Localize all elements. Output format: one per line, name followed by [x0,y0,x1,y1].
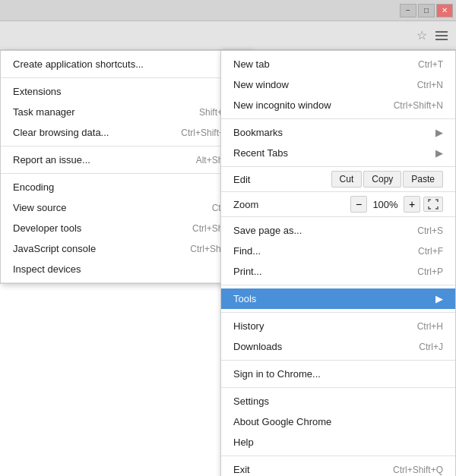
zoom-out-button[interactable]: − [350,196,367,213]
developer-tools-item[interactable]: Developer tools Ctrl+Shift+I [1,218,250,238]
exit-section: Exit Ctrl+Shift+Q [221,456,455,476]
recent-tabs-label: Recent Tabs [233,147,429,159]
about-chrome-label: About Google Chrome [233,416,443,427]
chrome-dropdown-menu: New tab Ctrl+T New window Ctrl+N New inc… [220,50,456,476]
task-manager-label: Task manager [13,106,184,118]
new-window-label: New window [233,79,402,90]
tools-submenu: Create application shortcuts... Extensio… [0,50,251,284]
new-incognito-item[interactable]: New incognito window Ctrl+Shift+N [221,95,455,115]
tools-arrow-icon: ▶ [435,293,443,304]
find-item[interactable]: Find... Ctrl+F [221,241,455,261]
inspect-devices-item[interactable]: Inspect devices [1,259,250,279]
new-incognito-shortcut: Ctrl+Shift+N [394,100,443,111]
downloads-item[interactable]: Downloads Ctrl+J [221,336,455,357]
new-tab-item[interactable]: New tab Ctrl+T [221,54,455,74]
tools-section-1: Create application shortcuts... [1,51,250,78]
edit-buttons: Cut Copy Paste [331,171,443,188]
settings-section: Settings About Google Chrome Help [221,388,455,456]
save-page-shortcut: Ctrl+S [417,225,443,236]
zoom-value: 100% [370,199,401,210]
bookmarks-section: Bookmarks ▶ Recent Tabs ▶ [221,119,455,167]
view-source-item[interactable]: View source Ctrl+U [1,197,250,218]
new-tab-section: New tab Ctrl+T New window Ctrl+N New inc… [221,51,455,119]
history-shortcut: Ctrl+H [417,321,443,332]
report-issue-label: Report an issue... [13,154,181,165]
encoding-label: Encoding [13,181,224,193]
recent-tabs-item[interactable]: Recent Tabs ▶ [221,143,455,163]
downloads-label: Downloads [233,341,404,352]
history-label: History [233,320,402,332]
find-shortcut: Ctrl+F [418,246,443,257]
tools-item[interactable]: Tools ▶ [221,288,455,309]
hamburger-line-2 [435,35,448,36]
settings-item[interactable]: Settings [221,391,455,411]
encoding-item[interactable]: Encoding ▶ [1,177,250,197]
find-label: Find... [233,245,403,257]
browser-toolbar: ☆ [0,21,456,50]
recent-tabs-arrow-icon: ▶ [435,147,443,159]
javascript-console-label: JavaScript console [13,243,175,254]
print-shortcut: Ctrl+P [417,266,443,277]
hamburger-line-1 [435,31,448,33]
clear-browsing-item[interactable]: Clear browsing data... Ctrl+Shift+Del [1,122,250,143]
zoom-in-button[interactable]: + [404,196,420,213]
save-page-item[interactable]: Save page as... Ctrl+S [221,220,455,241]
settings-label: Settings [233,396,443,407]
signin-section: Sign in to Chrome... [221,361,455,388]
create-app-shortcuts-item[interactable]: Create application shortcuts... [1,54,250,74]
hamburger-line-3 [435,39,448,40]
bookmarks-arrow-icon: ▶ [435,127,443,138]
title-bar: − □ ✕ [0,0,456,21]
clear-browsing-label: Clear browsing data... [13,127,166,138]
zoom-row: Zoom − 100% + [221,192,455,217]
about-chrome-item[interactable]: About Google Chrome [221,411,455,432]
bookmarks-label: Bookmarks [233,127,429,138]
save-section: Save page as... Ctrl+S Find... Ctrl+F Pr… [221,217,455,285]
javascript-console-item[interactable]: JavaScript console Ctrl+Shift+J [1,238,250,259]
copy-button[interactable]: Copy [363,171,401,188]
report-issue-item[interactable]: Report an issue... Alt+Shift+I [1,150,250,170]
new-window-item[interactable]: New window Ctrl+N [221,74,455,95]
close-button[interactable]: ✕ [436,4,453,17]
minimize-button[interactable]: − [400,4,416,17]
help-item[interactable]: Help [221,432,455,452]
zoom-label: Zoom [233,199,350,210]
bookmarks-item[interactable]: Bookmarks ▶ [221,122,455,143]
exit-item[interactable]: Exit Ctrl+Shift+Q [221,459,455,476]
signin-item[interactable]: Sign in to Chrome... [221,364,455,384]
tools-section-2: Extensions Task manager Shift+Esc Clear … [1,78,250,147]
extensions-label: Extensions [13,86,238,97]
tools-section-3: Report an issue... Alt+Shift+I [1,147,250,174]
print-item[interactable]: Print... Ctrl+P [221,261,455,282]
browser-chrome: − □ ✕ ☆ [0,0,456,51]
history-section: History Ctrl+H Downloads Ctrl+J [221,313,455,361]
new-tab-shortcut: Ctrl+T [418,59,443,70]
tools-label: Tools [233,293,429,304]
tools-section: Tools ▶ [221,285,455,313]
signin-label: Sign in to Chrome... [233,368,443,380]
developer-tools-label: Developer tools [13,222,177,234]
inspect-devices-label: Inspect devices [13,263,238,275]
help-label: Help [233,437,443,448]
zoom-controls: − 100% + [350,196,443,213]
cut-button[interactable]: Cut [331,171,363,188]
chrome-menu-button[interactable] [432,26,451,46]
fullscreen-button[interactable] [423,197,443,212]
create-app-shortcuts-label: Create application shortcuts... [13,58,238,70]
exit-shortcut: Ctrl+Shift+Q [393,465,443,475]
restore-button[interactable]: □ [418,4,435,17]
task-manager-item[interactable]: Task manager Shift+Esc [1,102,250,122]
history-item[interactable]: History Ctrl+H [221,316,455,336]
save-page-label: Save page as... [233,225,402,236]
extensions-item[interactable]: Extensions [1,81,250,102]
view-source-label: View source [13,202,197,213]
edit-label: Edit [233,174,331,185]
print-label: Print... [233,266,402,277]
new-window-shortcut: Ctrl+N [417,80,443,90]
tools-section-4: Encoding ▶ View source Ctrl+U Developer … [1,174,250,283]
bookmark-star-icon[interactable]: ☆ [412,26,432,46]
paste-button[interactable]: Paste [403,171,443,188]
new-tab-label: New tab [233,58,403,70]
edit-row: Edit Cut Copy Paste [221,167,455,192]
downloads-shortcut: Ctrl+J [419,342,443,352]
